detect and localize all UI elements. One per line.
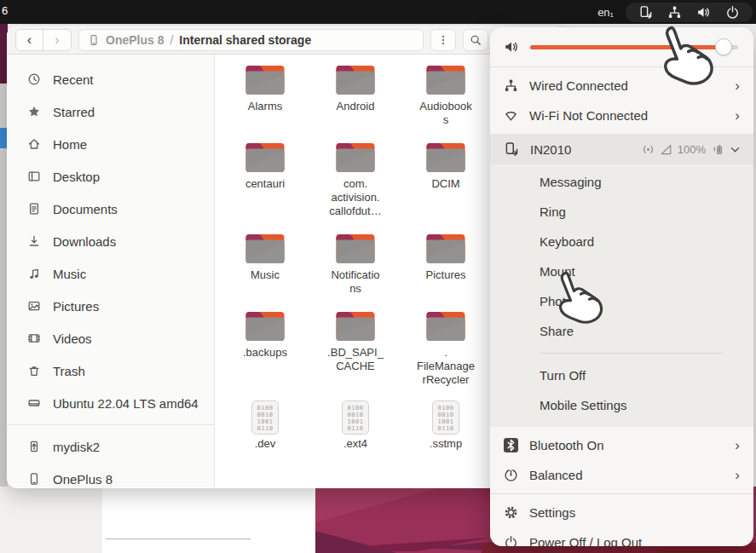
device-action-item[interactable]: Keyboard (490, 227, 753, 256)
sidebar-item[interactable]: Videos (7, 322, 214, 354)
device-action-item[interactable]: Photo (490, 286, 753, 316)
speaker-icon (504, 39, 519, 55)
svg-text:0100: 0100 (348, 405, 364, 412)
file-type-icon (245, 309, 286, 343)
file-item[interactable]: 0100001010010110 .dev (220, 400, 310, 451)
system-status-area[interactable]: en₁ (597, 0, 753, 24)
chevron-right-icon: › (735, 438, 740, 452)
file-manager-headerbar[interactable]: ‹ › OnePlus 8 / Internal shared storage (7, 26, 563, 55)
device-secondary-item[interactable]: Turn Off (490, 360, 753, 390)
file-name: Alarms (248, 100, 282, 113)
file-type-icon: 0100001010010110 (245, 400, 286, 435)
file-item[interactable]: Notificatio ns (310, 232, 401, 296)
device-label: mydisk2 (53, 440, 100, 454)
device-action-item[interactable]: Messaging (490, 167, 753, 197)
file-type-icon (425, 309, 466, 343)
menu-item[interactable]: Bluetooth On › (490, 430, 753, 460)
sidebar-item[interactable]: Starred (7, 95, 214, 128)
sidebar-item-label: Pictures (53, 299, 99, 314)
sidebar-item-icon (27, 105, 41, 118)
file-item[interactable]: Pictures (401, 232, 491, 296)
file-item[interactable]: .BD_SAPI_ CACHE (310, 309, 401, 387)
file-item[interactable]: . FileManage rRecycler (401, 309, 491, 387)
background-window-left (0, 487, 102, 553)
menu-item[interactable]: Wi-Fi Not Connected › (490, 101, 753, 130)
sidebar-item[interactable]: Music (7, 257, 214, 290)
file-item[interactable]: 0100001010010110 .sstmp (401, 400, 491, 451)
svg-text:0110: 0110 (348, 425, 364, 432)
file-item[interactable]: centauri (220, 141, 310, 218)
sidebar-item[interactable]: Downloads (7, 225, 214, 257)
sidebar-item[interactable]: Ubuntu 22.04 LTS amd64 (7, 387, 214, 419)
sidebar-item[interactable]: Documents (7, 193, 214, 225)
file-item[interactable]: Audiobook s (401, 63, 491, 127)
device-icon (27, 440, 41, 453)
file-name: Music (251, 268, 280, 282)
sidebar-item[interactable]: Desktop (7, 160, 214, 193)
sidebar-item-label: Videos (53, 331, 92, 346)
file-item[interactable]: com. activision. callofdut… (310, 141, 401, 218)
search-button[interactable] (463, 29, 488, 51)
menu-item-icon (504, 535, 518, 546)
file-item[interactable]: Android (310, 63, 401, 127)
sidebar-item[interactable]: Recent (7, 63, 214, 95)
file-name: com. activision. callofdut… (329, 177, 381, 218)
device-label: OnePlus 8 (53, 472, 113, 487)
back-button[interactable]: ‹ (15, 29, 43, 51)
device-action-item[interactable]: Ring (490, 197, 753, 227)
svg-text:0100: 0100 (257, 405, 274, 412)
menu-item-label: Power Off / Log Out (529, 535, 642, 546)
file-item[interactable]: .backups (220, 309, 310, 387)
file-item[interactable]: Music (220, 232, 310, 296)
file-item[interactable]: Alarms (220, 63, 310, 127)
sidebar-device-item[interactable]: mydisk2 (7, 430, 214, 463)
svg-text:0010: 0010 (348, 412, 364, 418)
file-name: .ext4 (343, 437, 367, 451)
file-name: DCIM (431, 177, 459, 191)
breadcrumb-device[interactable]: OnePlus 8 (106, 33, 164, 47)
connected-device-row[interactable]: IN2010 100% (490, 134, 753, 164)
file-type-icon (245, 141, 286, 175)
forward-button[interactable]: › (43, 29, 72, 51)
file-item[interactable]: 0100001010010110 .ext4 (310, 400, 401, 451)
sidebar-item[interactable]: Home (7, 128, 214, 160)
file-item[interactable]: DCIM (401, 141, 491, 218)
device-action-item[interactable]: Share (490, 316, 753, 346)
file-type-icon (425, 232, 466, 266)
device-name: IN2010 (530, 142, 571, 157)
sidebar-item-label: Desktop (53, 170, 100, 184)
device-secondary-label: Turn Off (540, 368, 586, 383)
sidebar-item[interactable]: Trash (7, 354, 214, 387)
input-source-indicator[interactable]: en₁ (597, 6, 614, 19)
file-name: Notificatio ns (331, 268, 379, 296)
dots-vertical-icon (437, 34, 449, 46)
window-menu-button[interactable] (430, 29, 456, 51)
sidebar-item-label: Home (53, 137, 87, 152)
hotspot-icon (642, 143, 655, 156)
device-secondary-item[interactable]: Mobile Settings (490, 390, 753, 420)
sidebar-item[interactable]: Pictures (7, 290, 214, 322)
svg-text:0110: 0110 (438, 425, 454, 432)
sidebar-item-label: Ubuntu 22.04 LTS amd64 (53, 396, 199, 411)
breadcrumb-location[interactable]: Internal shared storage (179, 33, 311, 47)
file-name: Audiobook s (419, 100, 471, 127)
menu-item[interactable]: Balanced › (490, 460, 753, 490)
menu-item[interactable]: Power Off / Log Out (490, 527, 753, 546)
device-actions-submenu: Messaging Ring Keyboard Mount Photo (490, 164, 753, 427)
sidebar-device-item[interactable]: OnePlus 8 (7, 463, 214, 488)
slider-knob[interactable] (715, 38, 732, 55)
file-name: Android (337, 100, 375, 113)
background-document-window (102, 487, 322, 553)
sidebar-item-icon (27, 331, 41, 345)
device-action-label: Ring (540, 204, 566, 219)
menu-item[interactable]: Settings (490, 498, 753, 527)
breadcrumb-separator: / (170, 33, 173, 47)
breadcrumb[interactable]: OnePlus 8 / Internal shared storage (78, 29, 424, 51)
menu-item-label: Wired Connected (529, 78, 628, 93)
sidebar-item-label: Downloads (53, 234, 116, 249)
chevron-down-icon[interactable] (729, 143, 742, 156)
svg-text:1001: 1001 (438, 418, 454, 425)
menu-item-label: Bluetooth On (529, 438, 604, 452)
menu-item-label: Settings (529, 505, 575, 520)
device-action-item[interactable]: Mount (490, 256, 753, 286)
